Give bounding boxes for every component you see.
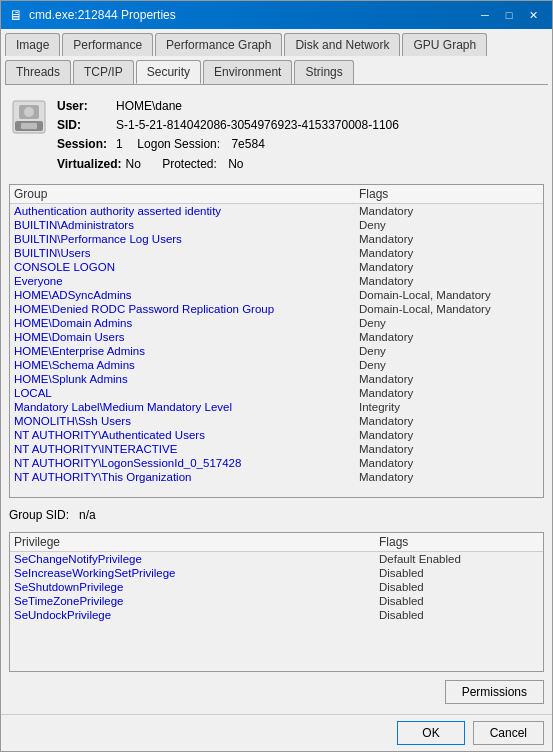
- col-group-header: Group: [14, 187, 359, 201]
- table-row[interactable]: EveryoneMandatory: [10, 274, 543, 288]
- tab-disk-network[interactable]: Disk and Network: [284, 33, 400, 56]
- user-icon-svg: [11, 99, 47, 135]
- cell-flags: Mandatory: [359, 247, 539, 259]
- cell-group: HOME\ADSyncAdmins: [14, 289, 359, 301]
- table-row[interactable]: MONOLITH\Ssh UsersMandatory: [10, 414, 543, 428]
- tab-security[interactable]: Security: [136, 60, 201, 84]
- minimize-button[interactable]: ─: [474, 6, 496, 24]
- table-row[interactable]: HOME\Enterprise AdminsDeny: [10, 344, 543, 358]
- table-row[interactable]: HOME\Splunk AdminsMandatory: [10, 372, 543, 386]
- tab-environment[interactable]: Environment: [203, 60, 292, 84]
- col-priv-flags-header: Flags: [379, 535, 539, 549]
- tab-performance-graph[interactable]: Performance Graph: [155, 33, 282, 56]
- cell-flags: Deny: [359, 345, 539, 357]
- user-label: User:: [57, 97, 112, 116]
- table-row[interactable]: BUILTIN\AdministratorsDeny: [10, 218, 543, 232]
- groups-table-header: Group Flags: [10, 185, 543, 204]
- table-row[interactable]: NT AUTHORITY\INTERACTIVEMandatory: [10, 442, 543, 456]
- tab-strings[interactable]: Strings: [294, 60, 353, 84]
- table-row[interactable]: CONSOLE LOGONMandatory: [10, 260, 543, 274]
- cell-flags: Deny: [359, 219, 539, 231]
- cell-flags: Mandatory: [359, 261, 539, 273]
- tabs-container: Image Performance Performance Graph Disk…: [1, 29, 552, 85]
- cell-group: HOME\Domain Admins: [14, 317, 359, 329]
- svg-point-3: [24, 107, 34, 117]
- permissions-button[interactable]: Permissions: [445, 680, 544, 704]
- protected-value: No: [228, 155, 243, 174]
- cell-priv-flags: Disabled: [379, 609, 539, 621]
- logon-session-label: Logon Session:: [137, 135, 220, 154]
- cell-privilege: SeUndockPrivilege: [14, 609, 379, 621]
- table-row[interactable]: Authentication authority asserted identi…: [10, 204, 543, 218]
- cell-group: HOME\Splunk Admins: [14, 373, 359, 385]
- cell-flags: Domain-Local, Mandatory: [359, 289, 539, 301]
- table-row[interactable]: NT AUTHORITY\This OrganizationMandatory: [10, 470, 543, 484]
- privileges-table-header: Privilege Flags: [10, 533, 543, 552]
- cell-flags: Mandatory: [359, 457, 539, 469]
- priv-row[interactable]: SeTimeZonePrivilegeDisabled: [10, 594, 543, 608]
- priv-row[interactable]: SeUndockPrivilegeDisabled: [10, 608, 543, 622]
- tab-tcpip[interactable]: TCP/IP: [73, 60, 134, 84]
- user-value: HOME\dane: [116, 97, 182, 116]
- tab-gpu-graph[interactable]: GPU Graph: [402, 33, 487, 56]
- table-row[interactable]: BUILTIN\Performance Log UsersMandatory: [10, 232, 543, 246]
- cell-flags: Integrity: [359, 401, 539, 413]
- session-label: Session:: [57, 135, 112, 154]
- content-area: User: HOME\dane SID: S-1-5-21-814042086-…: [1, 85, 552, 714]
- tabs-row-2: Threads TCP/IP Security Environment Stri…: [1, 56, 552, 84]
- table-row[interactable]: HOME\Domain UsersMandatory: [10, 330, 543, 344]
- privileges-table: Privilege Flags SeChangeNotifyPrivilegeD…: [9, 532, 544, 672]
- cell-group: CONSOLE LOGON: [14, 261, 359, 273]
- window-title: cmd.exe:212844 Properties: [29, 8, 176, 22]
- tab-performance[interactable]: Performance: [62, 33, 153, 56]
- ok-button[interactable]: OK: [397, 721, 464, 745]
- cell-flags: Deny: [359, 317, 539, 329]
- table-row[interactable]: HOME\Denied RODC Password Replication Gr…: [10, 302, 543, 316]
- privileges-table-scroll[interactable]: SeChangeNotifyPrivilegeDefault EnabledSe…: [10, 552, 543, 671]
- cell-group: BUILTIN\Users: [14, 247, 359, 259]
- cell-group: MONOLITH\Ssh Users: [14, 415, 359, 427]
- table-row[interactable]: HOME\ADSyncAdminsDomain-Local, Mandatory: [10, 288, 543, 302]
- groups-table-scroll[interactable]: Authentication authority asserted identi…: [10, 204, 543, 497]
- table-row[interactable]: NT AUTHORITY\Authenticated UsersMandator…: [10, 428, 543, 442]
- user-info-section: User: HOME\dane SID: S-1-5-21-814042086-…: [9, 93, 544, 178]
- session-value: 1: [116, 135, 123, 154]
- close-button[interactable]: ✕: [522, 6, 544, 24]
- cell-group: Mandatory Label\Medium Mandatory Level: [14, 401, 359, 413]
- cell-group: HOME\Enterprise Admins: [14, 345, 359, 357]
- cell-flags: Mandatory: [359, 387, 539, 399]
- cell-priv-flags: Default Enabled: [379, 553, 539, 565]
- cell-priv-flags: Disabled: [379, 567, 539, 579]
- cell-group: Authentication authority asserted identi…: [14, 205, 359, 217]
- tabs-row-1: Image Performance Performance Graph Disk…: [1, 29, 552, 56]
- cell-flags: Deny: [359, 359, 539, 371]
- cell-group: LOCAL: [14, 387, 359, 399]
- table-row[interactable]: Mandatory Label\Medium Mandatory LevelIn…: [10, 400, 543, 414]
- priv-row[interactable]: SeChangeNotifyPrivilegeDefault Enabled: [10, 552, 543, 566]
- table-row[interactable]: NT AUTHORITY\LogonSessionId_0_517428Mand…: [10, 456, 543, 470]
- cancel-button[interactable]: Cancel: [473, 721, 544, 745]
- cell-group: Everyone: [14, 275, 359, 287]
- logon-session-value: 7e584: [231, 135, 264, 154]
- table-row[interactable]: LOCALMandatory: [10, 386, 543, 400]
- cell-flags: Mandatory: [359, 205, 539, 217]
- cell-group: NT AUTHORITY\This Organization: [14, 471, 359, 483]
- table-row[interactable]: HOME\Domain AdminsDeny: [10, 316, 543, 330]
- svg-rect-4: [21, 123, 37, 129]
- cell-privilege: SeShutdownPrivilege: [14, 581, 379, 593]
- virtualized-label: Virtualized:: [57, 155, 121, 174]
- protected-label: Protected:: [162, 155, 217, 174]
- priv-row[interactable]: SeShutdownPrivilegeDisabled: [10, 580, 543, 594]
- cell-group: NT AUTHORITY\INTERACTIVE: [14, 443, 359, 455]
- cell-flags: Mandatory: [359, 275, 539, 287]
- cell-group: BUILTIN\Administrators: [14, 219, 359, 231]
- table-row[interactable]: HOME\Schema AdminsDeny: [10, 358, 543, 372]
- cell-group: HOME\Schema Admins: [14, 359, 359, 371]
- title-bar: 🖥 cmd.exe:212844 Properties ─ □ ✕: [1, 1, 552, 29]
- cell-group: HOME\Domain Users: [14, 331, 359, 343]
- table-row[interactable]: BUILTIN\UsersMandatory: [10, 246, 543, 260]
- maximize-button[interactable]: □: [498, 6, 520, 24]
- priv-row[interactable]: SeIncreaseWorkingSetPrivilegeDisabled: [10, 566, 543, 580]
- tab-image[interactable]: Image: [5, 33, 60, 56]
- tab-threads[interactable]: Threads: [5, 60, 71, 84]
